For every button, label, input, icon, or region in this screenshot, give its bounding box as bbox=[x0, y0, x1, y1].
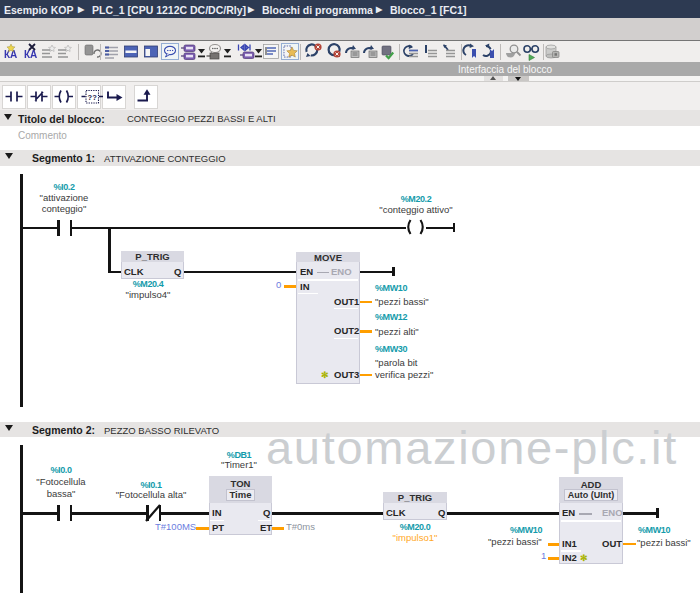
svg-text:КА: КА bbox=[24, 49, 37, 60]
svg-text:??: ?? bbox=[88, 93, 98, 102]
